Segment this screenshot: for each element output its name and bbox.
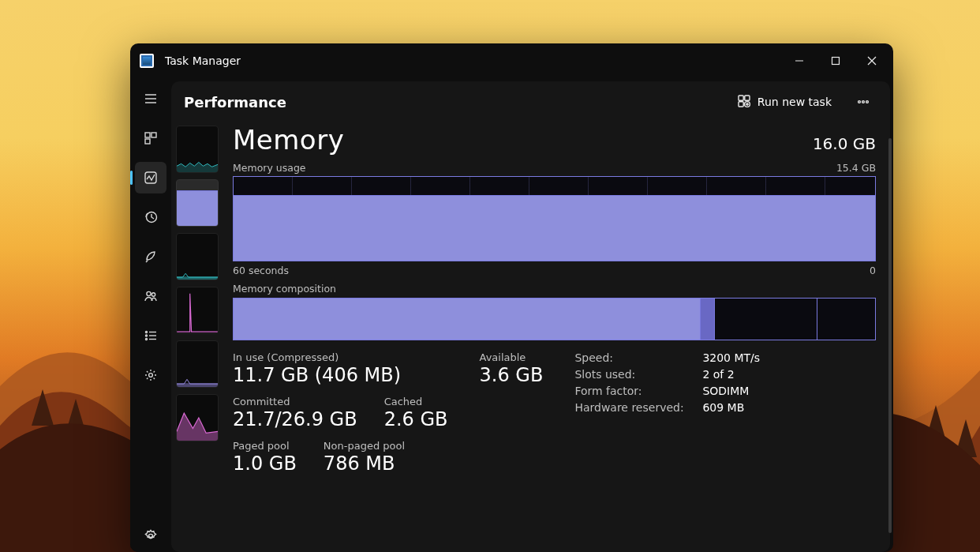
thumb-cpu[interactable] [176,126,219,173]
nav-processes[interactable] [135,122,166,154]
svg-marker-32 [177,162,218,172]
in-use-value: 11.7 GB (406 MB) [233,364,448,386]
run-new-task-label: Run new task [757,96,832,108]
panel-header: Performance Run new task [171,81,890,122]
memory-composition-chart[interactable] [233,298,876,340]
task-manager-window: Task Manager [130,43,893,552]
usage-label: Memory usage [233,162,306,174]
paged-label: Paged pool [233,440,297,452]
svg-point-13 [147,291,151,295]
speed-value: 3200 MT/s [702,351,760,364]
composition-label: Memory composition [233,283,876,295]
formfactor-key: Form factor: [574,385,693,397]
svg-rect-8 [151,133,156,137]
committed-label: Committed [233,396,357,407]
memory-properties: Speed: 3200 MT/s Slots used: 2 of 2 Form… [574,351,760,414]
usage-max: 15.4 GB [836,162,876,174]
scrollbar[interactable] [888,138,892,533]
cached-label: Cached [384,396,448,407]
axis-right: 0 [870,265,876,276]
svg-point-21 [149,374,153,377]
svg-point-31 [866,101,869,103]
cached-value: 2.6 GB [384,408,448,430]
svg-rect-25 [739,101,743,106]
svg-rect-23 [739,96,743,100]
run-new-task-button[interactable]: Run new task [729,89,840,115]
hwreserved-value: 609 MB [702,401,760,414]
in-use-label: In use (Compressed) [233,351,448,363]
comp-seg-standby [715,299,818,340]
hamburger-menu-button[interactable] [135,83,166,115]
speed-key: Speed: [574,351,693,364]
nav-startup-apps[interactable] [135,241,166,272]
nav-services[interactable] [135,359,166,391]
thumb-npu[interactable] [176,394,219,441]
memory-total: 16.0 GB [813,134,876,153]
nonpaged-value: 786 MB [324,452,405,475]
comp-seg-inuse [234,299,701,340]
formfactor-value: SODIMM [702,385,760,397]
svg-rect-33 [177,191,218,226]
svg-point-17 [146,339,148,340]
panel-title: Performance [184,94,286,111]
thumb-disk[interactable] [176,233,219,280]
more-options-button[interactable] [849,89,877,115]
window-title: Task Manager [165,54,241,67]
svg-rect-1 [832,58,840,65]
nav-app-history[interactable] [135,201,166,233]
titlebar[interactable]: Task Manager [130,43,893,78]
available-value: 3.6 GB [480,364,544,386]
run-new-task-icon [737,94,751,111]
available-label: Available [480,351,544,363]
thumb-memory[interactable] [176,179,219,227]
svg-rect-9 [145,139,150,144]
axis-left: 60 seconds [233,265,289,276]
slots-key: Slots used: [574,368,693,381]
comp-seg-free [817,299,875,340]
committed-value: 21.7/26.9 GB [233,408,357,430]
performance-panel: Performance Run new task [171,81,890,552]
resource-heading: Memory [233,124,344,156]
svg-point-14 [151,293,155,296]
nav-performance[interactable] [135,162,166,193]
app-icon [140,54,154,68]
thumb-gpu[interactable] [176,340,219,388]
svg-point-30 [862,101,865,103]
memory-detail: Memory 16.0 GB Memory usage 15.4 GB [220,122,884,552]
close-button[interactable] [854,48,890,73]
svg-rect-24 [745,96,750,100]
maximize-button[interactable] [817,48,854,73]
nav-details[interactable] [135,320,166,351]
thumb-network[interactable] [176,287,219,334]
svg-rect-7 [145,133,150,137]
memory-usage-chart[interactable] [233,176,876,261]
nav-settings[interactable] [135,520,166,552]
minimize-button[interactable] [781,48,817,73]
nav-users[interactable] [135,280,166,312]
nonpaged-label: Non-paged pool [324,440,405,452]
svg-point-16 [146,335,148,336]
comp-seg-modified [701,299,714,340]
resource-thumbnails [174,122,220,552]
nav-rail [130,78,171,552]
svg-point-15 [146,332,148,333]
paged-value: 1.0 GB [233,452,297,475]
svg-line-12 [146,261,148,262]
svg-point-29 [858,101,861,103]
hwreserved-key: Hardware reserved: [574,401,693,414]
desktop-wallpaper: Task Manager [0,0,980,552]
slots-value: 2 of 2 [702,368,760,381]
